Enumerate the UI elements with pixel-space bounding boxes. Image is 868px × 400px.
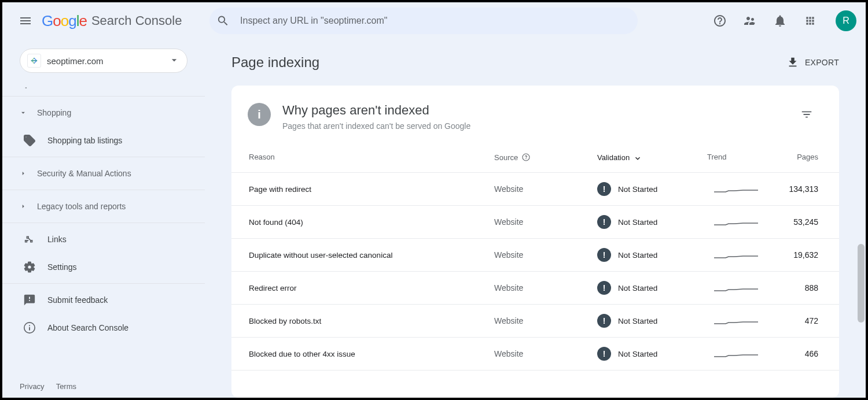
export-button[interactable]: EXPORT — [786, 56, 839, 69]
column-validation[interactable]: Validation — [597, 153, 700, 162]
sidebar-section-label: Shopping — [37, 108, 71, 117]
property-name: seoptimer.com — [47, 56, 168, 66]
cell-trend — [714, 349, 772, 359]
column-trend[interactable]: Trend — [707, 153, 765, 162]
product-logo[interactable]: Google Search Console — [42, 12, 182, 30]
chevron-down-icon — [17, 109, 29, 117]
table-row[interactable]: Duplicate without user-selected canonica… — [231, 239, 839, 272]
url-inspect-search[interactable] — [209, 8, 638, 34]
export-label: EXPORT — [805, 58, 839, 67]
table-row[interactable]: Blocked due to other 4xx issue Website !… — [231, 338, 839, 371]
header-actions: R — [708, 9, 856, 32]
cell-pages: 19,632 — [772, 250, 818, 260]
cell-pages: 53,245 — [772, 217, 818, 227]
main-content: Page indexing EXPORT i Why pages aren't … — [205, 39, 866, 398]
cell-trend — [714, 283, 772, 293]
links-icon — [23, 233, 36, 246]
arrow-down-icon — [633, 153, 642, 162]
privacy-link[interactable]: Privacy — [20, 382, 45, 391]
column-reason[interactable]: Reason — [249, 153, 494, 162]
cell-reason: Not found (404) — [249, 218, 494, 227]
cell-validation: ! Not Started — [597, 347, 700, 361]
menu-icon — [19, 14, 32, 28]
validation-status: Not Started — [618, 251, 657, 260]
cell-source: Website — [494, 217, 597, 227]
cell-validation: ! Not Started — [597, 182, 700, 196]
sidebar-section-security[interactable]: Security & Manual Actions — [2, 160, 205, 187]
sidebar-item-links[interactable]: Links — [2, 225, 205, 253]
card-title: Why pages aren't indexed — [282, 103, 470, 118]
cell-reason: Blocked due to other 4xx issue — [249, 350, 494, 358]
cell-validation: ! Not Started — [597, 215, 700, 229]
help-button[interactable] — [708, 9, 731, 32]
sidebar-collapsed-item[interactable] — [2, 82, 205, 94]
app-header: Google Search Console R — [2, 2, 866, 39]
filter-button[interactable] — [795, 103, 818, 126]
column-source[interactable]: Source — [494, 153, 597, 162]
cell-pages: 888 — [772, 283, 818, 292]
scrollbar[interactable] — [856, 131, 866, 398]
exclamation-badge-icon: ! — [597, 182, 611, 196]
feedback-icon — [23, 294, 36, 306]
sidebar-item-label: Settings — [47, 262, 77, 272]
chevron-right-icon — [17, 169, 29, 177]
validation-status: Not Started — [618, 185, 657, 194]
sidebar-item-about[interactable]: About Search Console — [2, 314, 205, 342]
table-row[interactable]: Blocked by robots.txt Website ! Not Star… — [231, 305, 839, 338]
table-row[interactable]: Redirect error Website ! Not Started 888 — [231, 272, 839, 305]
cell-source: Website — [494, 184, 597, 194]
cell-validation: ! Not Started — [597, 248, 700, 262]
exclamation-badge-icon: ! — [597, 281, 611, 295]
swap-icon — [30, 56, 39, 65]
reasons-table: Reason Source Validation Trend Pages Pag… — [231, 136, 839, 371]
hamburger-menu-button[interactable] — [12, 7, 39, 35]
column-pages[interactable]: Pages — [772, 153, 818, 162]
scrollbar-thumb[interactable] — [858, 244, 865, 323]
apps-button[interactable] — [799, 9, 822, 32]
cell-trend — [714, 184, 772, 194]
bell-icon — [773, 14, 787, 28]
table-header-row: Reason Source Validation Trend Pages — [231, 136, 839, 173]
search-input[interactable] — [240, 16, 631, 26]
cell-source: Website — [494, 283, 597, 292]
page-header: Page indexing EXPORT — [205, 39, 866, 86]
tag-icon — [23, 134, 36, 147]
placeholder-icon — [23, 84, 34, 92]
sidebar-item-label: Shopping tab listings — [47, 136, 122, 145]
sidebar-section-legacy[interactable]: Legacy tools and reports — [2, 192, 205, 220]
cell-reason: Page with redirect — [249, 185, 494, 194]
info-badge-icon: i — [248, 103, 271, 126]
sidebar-item-feedback[interactable]: Submit feedback — [2, 286, 205, 314]
product-name: Search Console — [91, 13, 182, 28]
search-icon — [216, 14, 230, 28]
sidebar-section-shopping[interactable]: Shopping — [2, 99, 205, 127]
sidebar-footer: Privacy Terms — [2, 375, 205, 398]
exclamation-badge-icon: ! — [597, 215, 611, 229]
account-avatar[interactable]: R — [836, 10, 856, 31]
validation-status: Not Started — [618, 350, 657, 358]
page-title: Page indexing — [231, 54, 319, 71]
help-icon — [713, 14, 727, 28]
cell-pages: 472 — [772, 316, 818, 325]
validation-status: Not Started — [618, 218, 657, 227]
table-row[interactable]: Not found (404) Website ! Not Started 53… — [231, 206, 839, 239]
table-row[interactable]: Page with redirect Website ! Not Started… — [231, 173, 839, 206]
sidebar-section-label: Legacy tools and reports — [37, 202, 126, 211]
sidebar-item-shopping-listings[interactable]: Shopping tab listings — [2, 127, 205, 154]
validation-status: Not Started — [618, 284, 657, 292]
terms-link[interactable]: Terms — [56, 382, 76, 391]
users-settings-button[interactable] — [738, 9, 762, 32]
cell-reason: Blocked by robots.txt — [249, 317, 494, 325]
people-gear-icon — [743, 14, 757, 28]
cell-source: Website — [494, 316, 597, 325]
exclamation-badge-icon: ! — [597, 314, 611, 328]
cell-reason: Duplicate without user-selected canonica… — [249, 251, 494, 260]
notifications-button[interactable] — [768, 9, 792, 32]
exclamation-badge-icon: ! — [597, 347, 611, 361]
cell-validation: ! Not Started — [597, 314, 700, 328]
cell-source: Website — [494, 349, 597, 358]
card-subtitle: Pages that aren't indexed can't be serve… — [282, 121, 470, 131]
sidebar-item-settings[interactable]: Settings — [2, 253, 205, 281]
property-selector[interactable]: seoptimer.com — [20, 49, 187, 73]
filter-list-icon — [800, 108, 813, 121]
